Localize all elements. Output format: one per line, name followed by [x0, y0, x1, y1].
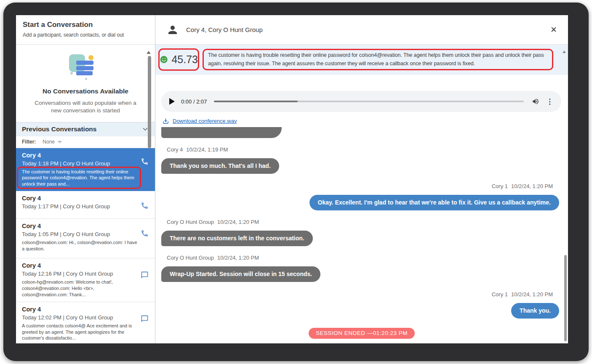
conversation-summary: The customer is having trouble resetting…	[208, 51, 548, 68]
message-author: Cory 4	[167, 146, 183, 153]
chat-transcript: 0:00 / 2:07 ⋮ Download conference.wav Co…	[155, 75, 568, 343]
message-time: 10/2/24, 1:20 PM	[217, 219, 259, 225]
conversation-item-2[interactable]: Cory 4 Today 1:17 PM | Cory O Hunt Group	[16, 191, 155, 219]
person-avatar-icon	[166, 24, 179, 36]
messages-list: Cory 410/2/24, 1:19 PM Thank you so much…	[155, 127, 568, 339]
sidebar: Start a Conversation Add a participant, …	[16, 15, 155, 343]
empty-state-title: No Conversations Available	[16, 88, 155, 95]
conversation-meta: Today 12:02 PM | Cory O Hunt Group	[22, 314, 138, 321]
message-bubble: Thank you so much. That's all I had.	[161, 158, 279, 174]
download-link[interactable]: Download conference.wav	[173, 118, 237, 124]
chat-scroll-up-arrow[interactable]	[563, 50, 566, 53]
audio-player: 0:00 / 2:07 ⋮	[161, 91, 561, 112]
audio-time: 0:00 / 2:07	[181, 98, 207, 105]
close-icon[interactable]: ✕	[550, 26, 557, 34]
conversation-meta: Today 1:05 PM | Cory O Hunt Group	[22, 231, 138, 237]
message-group: Cory 410/2/24, 1:19 PM Thank you so much…	[155, 146, 568, 174]
download-row: Download conference.wav	[162, 117, 568, 125]
chat-bubble-icon	[141, 271, 149, 279]
play-icon[interactable]	[169, 98, 175, 105]
conversation-name: Cory 4	[22, 306, 138, 313]
conversation-item-3[interactable]: Cory 4 Today 1:05 PM | Cory O Hunt Group…	[16, 219, 155, 258]
previous-conversations-title: Previous Conversations	[22, 125, 96, 133]
message-time: 10/2/24, 1:20 PM	[217, 255, 259, 261]
message-bubble: Wrap-Up Started. Session will close in 1…	[161, 266, 320, 282]
message-time: 10/2/24, 1:20 PM	[511, 291, 553, 298]
start-conversation-subtitle: Add a participant, search contacts, or d…	[23, 32, 148, 38]
app-window: Start a Conversation Add a participant, …	[16, 15, 568, 343]
previous-conversations-header[interactable]: Previous Conversations	[16, 122, 155, 136]
message-bubble: Okay. Excellent. I'm glad to hear that w…	[309, 195, 559, 210]
volume-icon[interactable]	[532, 98, 539, 105]
message-author: Cory O Hunt Group	[167, 219, 214, 225]
message-label: Cory 110/2/24, 1:20 PM	[155, 291, 553, 298]
conversation-header: Cory 4, Cory O Hunt Group ✕	[155, 15, 568, 45]
conversation-preview: A customer contacts colson4@ Ace excitem…	[22, 323, 138, 342]
message-bubble: There are no customers left in the conve…	[161, 231, 313, 246]
filter-label: Filter:	[22, 139, 36, 145]
conversation-title: Cory 4, Cory O Hunt Group	[186, 26, 263, 33]
conversation-item-5[interactable]: Cory 4 Today 12:02 PM | Cory O Hunt Grou…	[16, 302, 155, 343]
message-group: Cory 110/2/24, 1:20 PM Okay. Excellent. …	[155, 183, 568, 210]
summary-annotation-box: The customer is having trouble resetting…	[203, 49, 553, 70]
sidebar-scrollbar-thumb[interactable]	[148, 56, 151, 148]
conversation-meta: Today 1:17 PM | Cory O Hunt Group	[22, 203, 138, 210]
filter-value-dropdown[interactable]: None	[43, 139, 55, 145]
conversation-item-1[interactable]: Cory 4 Today 1:18 PM | Cory O Hunt Group…	[16, 148, 155, 191]
conversation-preview: colson-hg@revation.com: Welcome to chat!…	[22, 279, 138, 298]
start-conversation-header: Start a Conversation Add a participant, …	[16, 15, 155, 45]
empty-state-subtitle: Conversations will auto populate when a …	[32, 99, 139, 114]
message-time: 10/2/24, 1:20 PM	[511, 183, 553, 189]
conversation-name: Cory 4	[22, 223, 138, 229]
message-label: Cory O Hunt Group10/2/24, 1:20 PM	[167, 219, 557, 225]
sentiment-smiley-icon	[160, 54, 168, 65]
message-label: Cory O Hunt Group10/2/24, 1:20 PM	[167, 255, 557, 261]
phone-icon	[141, 229, 149, 237]
conversation-meta: Today 1:18 PM | Cory O Hunt Group	[22, 160, 138, 167]
download-icon	[162, 117, 169, 125]
audio-progress-fill	[214, 101, 298, 102]
conversation-name: Cory 4	[22, 152, 138, 159]
sentiment-score-annotation-box: 45.73	[158, 48, 199, 71]
start-conversation-title: Start a Conversation	[23, 21, 148, 29]
session-ended-banner: SESSION ENDED —01:20:23 PM	[309, 328, 415, 339]
phone-icon	[141, 202, 149, 210]
window-frame: Start a Conversation Add a participant, …	[3, 3, 589, 361]
conversation-name: Cory 4	[22, 195, 138, 202]
message-author: Cory 1	[492, 183, 508, 189]
conversation-preview: colson@revation.com: Hi., colson@revatio…	[22, 239, 138, 252]
message-group: Cory O Hunt Group10/2/24, 1:20 PM There …	[155, 219, 568, 246]
message-group: Cory 110/2/24, 1:20 PM Thank you.	[155, 291, 568, 319]
message-author: Cory O Hunt Group	[167, 255, 214, 261]
sidebar-scroll-up-arrow[interactable]	[147, 51, 151, 54]
message-author: Cory 1	[492, 291, 508, 298]
clipped-message-bubble	[161, 127, 282, 138]
sentiment-score: 45.73	[171, 53, 198, 66]
phone-icon	[141, 157, 149, 165]
chat-scrollbar-thumb[interactable]	[564, 255, 567, 341]
conversation-preview: The customer is having trouble resetting…	[22, 169, 138, 188]
conversation-name: Cory 4	[22, 262, 138, 269]
empty-state: No Conversations Available Conversations…	[16, 45, 155, 114]
sentiment-band: 45.73 The customer is having trouble res…	[155, 45, 568, 75]
conversations-illustration-icon	[67, 52, 104, 82]
audio-progress-bar[interactable]	[214, 101, 524, 102]
message-label: Cory 410/2/24, 1:19 PM	[167, 146, 557, 153]
conversation-item-4[interactable]: Cory 4 Today 12:16 PM | Cory O Hunt Grou…	[16, 258, 155, 302]
message-bubble: Thank you.	[511, 303, 559, 319]
message-label: Cory 110/2/24, 1:20 PM	[155, 183, 553, 189]
conversation-meta: Today 12:16 PM | Cory O Hunt Group	[22, 271, 138, 277]
filter-row: Filter: None	[16, 136, 155, 148]
audio-menu-kebab-icon[interactable]: ⋮	[546, 97, 553, 106]
message-time: 10/2/24, 1:19 PM	[186, 146, 228, 153]
message-group: Cory O Hunt Group10/2/24, 1:20 PM Wrap-U…	[155, 255, 568, 282]
conversation-panel: Cory 4, Cory O Hunt Group ✕ 45.73 The cu…	[155, 15, 568, 343]
chat-bubble-icon	[141, 315, 149, 323]
filter-icon[interactable]	[57, 139, 63, 145]
